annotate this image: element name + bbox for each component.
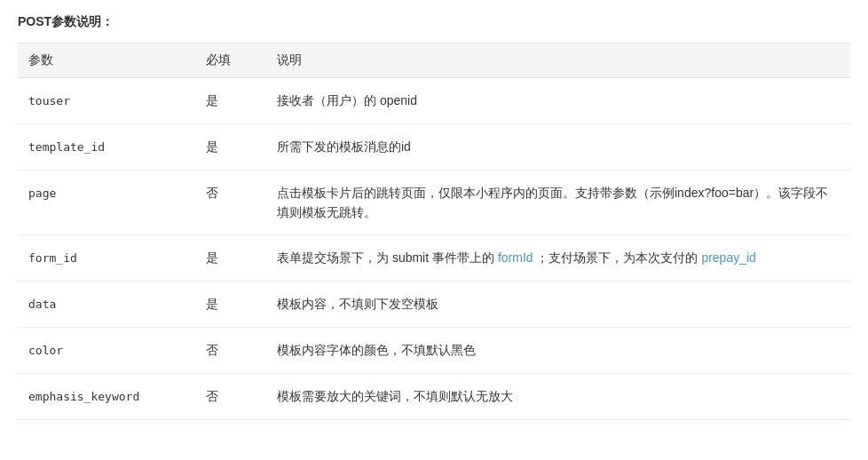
col-header-required: 必填 bbox=[195, 44, 266, 78]
table-header-row: 参数 必填 说明 bbox=[18, 44, 850, 78]
desc-cell: 模板需要放大的关键词，不填则默认无放大 bbox=[266, 373, 850, 419]
param-name-cell: page bbox=[18, 170, 195, 235]
desc-link: prepay_id bbox=[701, 250, 756, 265]
desc-cell: 模板内容字体的颜色，不填默认黑色 bbox=[266, 327, 850, 373]
required-cell: 否 bbox=[195, 373, 266, 419]
page-title: POST参数说明： bbox=[18, 14, 850, 30]
desc-cell: 表单提交场景下，为 submit 事件带上的 formId ；支付场景下，为本次… bbox=[266, 235, 850, 282]
param-name-cell: form_id bbox=[18, 235, 195, 282]
param-name: emphasis_keyword bbox=[28, 390, 139, 403]
table-row: template_id是所需下发的模板消息的id bbox=[18, 123, 850, 170]
desc-cell: 所需下发的模板消息的id bbox=[266, 123, 850, 170]
param-name: color bbox=[28, 344, 63, 357]
required-cell: 否 bbox=[195, 327, 266, 373]
col-header-param: 参数 bbox=[18, 44, 195, 78]
desc-cell: 接收者（用户）的 openid bbox=[266, 78, 850, 124]
table-row: page否点击模板卡片后的跳转页面，仅限本小程序内的页面。支持带参数（示例ind… bbox=[18, 170, 850, 235]
desc-cell: 模板内容，不填则下发空模板 bbox=[266, 282, 850, 328]
param-name-cell: color bbox=[18, 327, 195, 373]
desc-link: formId bbox=[498, 250, 533, 265]
param-name-cell: emphasis_keyword bbox=[18, 373, 195, 419]
col-header-desc: 说明 bbox=[266, 44, 850, 78]
required-cell: 是 bbox=[195, 78, 266, 124]
desc-cell: 点击模板卡片后的跳转页面，仅限本小程序内的页面。支持带参数（示例index?fo… bbox=[266, 170, 850, 235]
table-row: form_id是表单提交场景下，为 submit 事件带上的 formId ；支… bbox=[18, 235, 850, 282]
param-name-cell: touser bbox=[18, 78, 195, 124]
param-name: touser bbox=[28, 94, 70, 107]
param-name: form_id bbox=[28, 251, 77, 265]
required-cell: 是 bbox=[195, 235, 266, 282]
param-name-cell: data bbox=[18, 282, 195, 328]
table-row: touser是接收者（用户）的 openid bbox=[18, 78, 850, 124]
param-name: page bbox=[28, 186, 56, 200]
required-cell: 否 bbox=[195, 170, 266, 235]
table-row: color否模板内容字体的颜色，不填默认黑色 bbox=[18, 327, 850, 373]
table-row: data是模板内容，不填则下发空模板 bbox=[18, 282, 850, 328]
params-table: 参数 必填 说明 touser是接收者（用户）的 openidtemplate_… bbox=[18, 43, 850, 420]
param-name: template_id bbox=[28, 140, 105, 154]
required-cell: 是 bbox=[195, 282, 266, 328]
param-name-cell: template_id bbox=[18, 123, 195, 170]
table-row: emphasis_keyword否模板需要放大的关键词，不填则默认无放大 bbox=[18, 373, 850, 419]
required-cell: 是 bbox=[195, 123, 266, 170]
param-name: data bbox=[28, 297, 56, 311]
